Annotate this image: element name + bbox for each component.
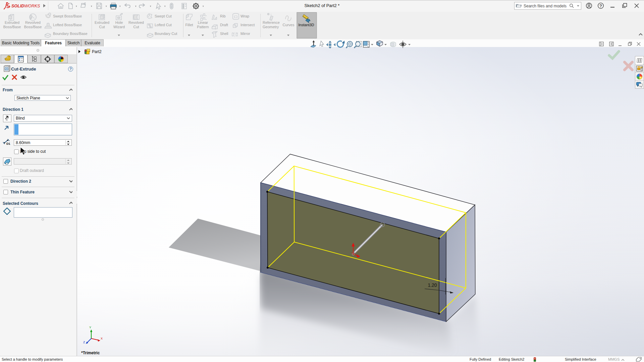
- svg-text:SOLIDWORKS: SOLIDWORKS: [11, 4, 40, 8]
- svg-text:Curves: Curves: [283, 23, 294, 27]
- svg-text:Cut: Cut: [99, 25, 105, 29]
- svg-text:?: ?: [599, 3, 602, 8]
- svg-text:1.20: 1.20: [428, 282, 437, 288]
- svg-text:Lofted Boss/Base: Lofted Boss/Base: [53, 23, 82, 27]
- svg-text:Swept Cut: Swept Cut: [155, 14, 172, 18]
- svg-text:Reference: Reference: [263, 20, 280, 25]
- svg-text:Swept Boss/Base: Swept Boss/Base: [53, 14, 82, 18]
- svg-text:Extruded: Extruded: [95, 20, 109, 25]
- svg-text:Boss/Base: Boss/Base: [3, 25, 21, 29]
- svg-text:Revolved: Revolved: [128, 20, 144, 25]
- svg-text:X: X: [101, 337, 103, 340]
- svg-text:Pattern: Pattern: [197, 25, 209, 29]
- svg-text:Boss/Base: Boss/Base: [24, 25, 42, 29]
- svg-text:Instant3D: Instant3D: [298, 23, 314, 27]
- svg-text:Boundary Boss/Base: Boundary Boss/Base: [53, 32, 88, 36]
- svg-text:Z: Z: [83, 341, 85, 344]
- svg-text:*Trimetric: *Trimetric: [81, 351, 100, 355]
- svg-text:Lofted Cut: Lofted Cut: [155, 23, 172, 27]
- svg-text:Intersect: Intersect: [240, 23, 255, 27]
- svg-text:Geometry: Geometry: [263, 25, 279, 29]
- svg-text:Hole: Hole: [115, 20, 123, 25]
- svg-text:Cut: Cut: [133, 25, 139, 29]
- svg-text:Shell: Shell: [220, 32, 228, 36]
- svg-text:Wizard: Wizard: [113, 25, 125, 29]
- svg-text:Rib: Rib: [220, 14, 226, 18]
- svg-text:Fillet: Fillet: [185, 23, 193, 27]
- svg-text:Y: Y: [89, 326, 91, 329]
- svg-text:Boundary Cut: Boundary Cut: [155, 32, 177, 36]
- svg-text:Wrap: Wrap: [240, 14, 249, 18]
- svg-text:Revolved: Revolved: [25, 20, 41, 25]
- svg-text:Linear: Linear: [198, 20, 208, 25]
- svg-text:Draft: Draft: [220, 23, 228, 27]
- svg-text:Part2: Part2: [92, 49, 102, 54]
- svg-text:Extruded: Extruded: [5, 20, 19, 25]
- svg-text:D1: D1: [6, 142, 10, 145]
- svg-text:Search files and models: Search files and models: [524, 4, 567, 8]
- svg-text:Mirror: Mirror: [240, 32, 250, 36]
